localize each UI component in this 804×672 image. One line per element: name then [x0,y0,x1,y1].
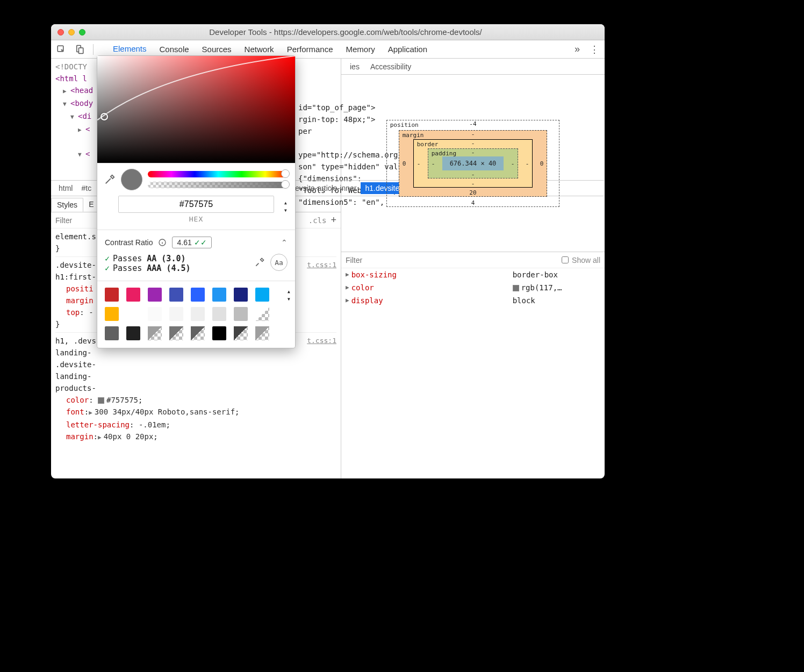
box-model-content: 676.344 × 40 [442,156,504,170]
hex-label: HEX [189,215,203,223]
palette-swatch[interactable] [234,307,248,321]
palette-swatch[interactable] [191,326,205,340]
format-toggle-icon[interactable]: ▴▾ [284,199,288,214]
computed-property[interactable]: box-sizing [351,268,513,281]
palette-swatch[interactable] [148,307,162,321]
show-all-label: Show all [572,256,600,264]
selector[interactable]: .devsite- [55,261,96,269]
breadcrumb-item[interactable]: #tc [77,182,96,194]
color-swatch-icon[interactable] [98,397,104,404]
subtab-accessibility[interactable]: Accessibility [365,60,417,73]
palette-swatch[interactable] [169,326,183,340]
css-property[interactable]: font [66,408,84,416]
tab-application[interactable]: Application [382,40,434,58]
tab-memory[interactable]: Memory [340,40,382,58]
css-property[interactable]: margin [66,432,94,441]
palette-swatch[interactable] [255,307,269,321]
palette-swatch[interactable] [212,288,226,302]
div-node[interactable]: <di [78,112,91,120]
palette-swatch[interactable] [212,326,226,340]
palette-swatch[interactable] [255,326,269,340]
computed-list[interactable]: ▶box-sizingborder-box ▶colorrgb(117,… ▶d… [341,268,605,478]
minimize-button[interactable] [68,29,75,35]
spectrum-handle[interactable] [101,113,108,120]
contrast-expand-icon[interactable]: ⌃ [281,238,288,247]
cls-toggle[interactable]: .cls [308,216,327,225]
hue-knob[interactable] [281,169,290,178]
palette-swatch[interactable] [105,288,119,302]
contrast-ratio-label: Contrast Ratio [105,238,153,247]
source-link[interactable]: t.css:1 [307,259,336,271]
alpha-knob[interactable] [281,180,290,189]
swatch-palette: ▴▾ [97,283,295,348]
palette-swatch[interactable] [105,307,119,321]
selector[interactable]: h1, .devs [55,337,96,345]
selector[interactable]: element.s [55,232,96,241]
palette-swatch[interactable] [169,288,183,302]
text-preview-icon[interactable]: Aa [270,254,288,271]
inspect-icon[interactable] [56,45,66,54]
bg-eyedropper-icon[interactable] [254,257,265,268]
source-link[interactable]: t.css:1 [307,335,336,347]
svg-rect-2 [79,48,83,54]
palette-swatch[interactable] [191,307,205,321]
contrast-passes: ✓Passes AA (3.0) ✓Passes AAA (4.5) [105,254,249,273]
head-node[interactable]: <head [70,86,93,95]
device-toggle-icon[interactable] [75,45,84,54]
alpha-slider[interactable] [148,182,289,188]
palette-swatch[interactable] [126,307,140,321]
traffic-lights [58,29,85,35]
spectrum-area[interactable] [97,56,295,163]
new-style-rule-icon[interactable]: + [331,215,336,226]
css-property[interactable]: letter-spacing [66,420,130,429]
subtab-styles[interactable]: Styles [51,198,83,212]
close-button[interactable] [58,29,64,35]
window-title: Developer Tools - https://developers.goo… [93,27,598,37]
eyedropper-icon[interactable] [104,174,116,185]
palette-swatch[interactable] [191,288,205,302]
elements-panel: <!DOCTY <html l ▶<head ▼<body ▼<di ▶< ▼<… [51,59,341,478]
computed-property[interactable]: color [351,281,513,294]
palette-swatch[interactable] [255,288,269,302]
computed-property[interactable]: display [351,294,513,307]
tabs-overflow-icon[interactable]: » [575,44,580,55]
palette-toggle-icon[interactable]: ▴▾ [287,288,291,303]
palette-swatch[interactable] [212,307,226,321]
palette-swatch[interactable] [234,288,248,302]
kebab-menu-icon[interactable]: ⋮ [590,44,599,55]
current-color-preview [121,169,142,190]
css-property[interactable]: top [66,308,80,317]
color-picker: ▴▾ HEX Contrast Ratio 4.61 ✓✓ ⌃ ✓Passes … [97,55,296,348]
palette-swatch[interactable] [126,326,140,340]
show-all-checkbox[interactable] [562,256,569,263]
css-property[interactable]: positi [66,284,94,293]
palette-swatch[interactable] [126,288,140,302]
palette-swatch[interactable] [169,307,183,321]
selector[interactable]: h1:first- [55,273,96,281]
titlebar: Developer Tools - https://developers.goo… [51,24,605,40]
contrast-value: 4.61 ✓✓ [172,237,211,248]
hue-slider[interactable] [148,171,289,177]
css-property[interactable]: margin [66,296,94,305]
zoom-button[interactable] [79,29,85,35]
css-property[interactable]: color [66,396,89,404]
subtab-properties-truncated[interactable]: ies [344,60,365,73]
breadcrumb-item[interactable]: html [54,182,77,194]
computed-filter-input[interactable] [346,256,562,264]
html-node[interactable]: <html l [55,74,87,83]
palette-swatch[interactable] [148,288,162,302]
palette-swatch[interactable] [148,326,162,340]
palette-swatch[interactable] [105,326,119,340]
hex-input[interactable] [118,196,274,213]
info-icon[interactable] [158,238,167,247]
color-swatch-icon[interactable] [513,285,519,291]
palette-swatch[interactable] [234,326,248,340]
body-node[interactable]: <body [70,99,93,108]
devtools-window: Developer Tools - https://developers.goo… [51,24,605,478]
